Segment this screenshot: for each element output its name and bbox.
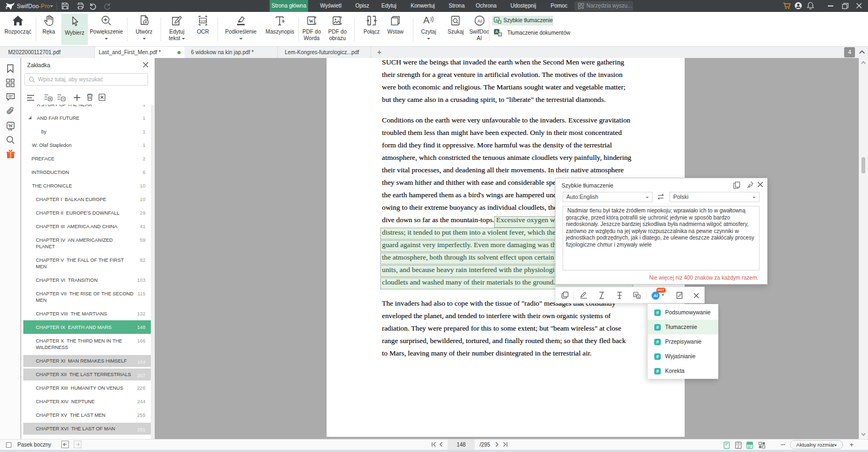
svg-text:A: A — [423, 15, 430, 25]
svg-text:A: A — [495, 29, 498, 34]
svg-text:W: W — [309, 19, 313, 24]
svg-text:A: A — [495, 18, 498, 22]
svg-text:AI: AI — [477, 18, 482, 24]
svg-text:A: A — [637, 295, 640, 299]
svg-text:W: W — [8, 123, 13, 128]
svg-text:文: 文 — [499, 33, 501, 36]
svg-text:OCR: OCR — [200, 20, 206, 23]
